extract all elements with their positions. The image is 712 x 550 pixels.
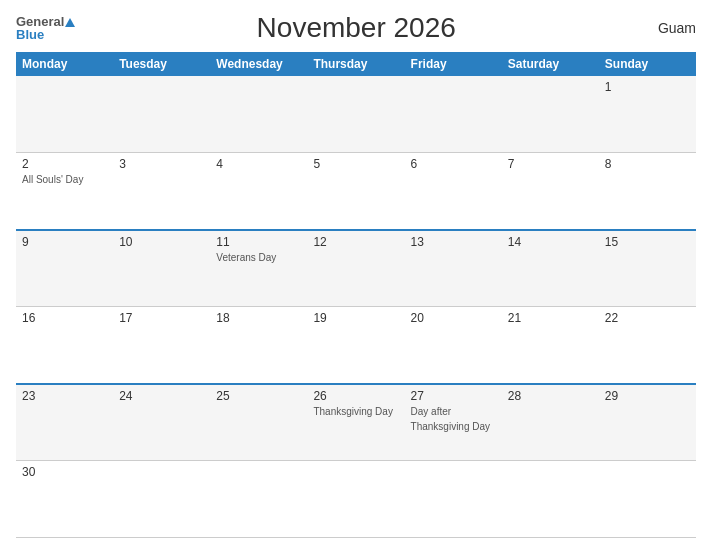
day-number: 6	[411, 157, 496, 171]
header-sunday: Sunday	[599, 52, 696, 76]
calendar-cell	[599, 461, 696, 538]
calendar-cell: 9	[16, 230, 113, 307]
logo: General Blue	[16, 15, 76, 41]
calendar-cell	[502, 461, 599, 538]
event-label: All Souls' Day	[22, 173, 107, 186]
header-friday: Friday	[405, 52, 502, 76]
calendar-cell: 15	[599, 230, 696, 307]
calendar-cell	[210, 76, 307, 153]
calendar-cell	[210, 461, 307, 538]
calendar-cell	[307, 76, 404, 153]
day-number: 29	[605, 389, 690, 403]
calendar-cell	[405, 461, 502, 538]
day-number: 27	[411, 389, 496, 403]
calendar-cell: 6	[405, 153, 502, 230]
calendar-cell	[502, 76, 599, 153]
day-number: 19	[313, 311, 398, 325]
calendar-cell	[16, 76, 113, 153]
day-number: 16	[22, 311, 107, 325]
day-number: 4	[216, 157, 301, 171]
calendar-cell: 24	[113, 384, 210, 461]
header-thursday: Thursday	[307, 52, 404, 76]
day-number: 28	[508, 389, 593, 403]
day-number: 12	[313, 235, 398, 249]
day-number: 24	[119, 389, 204, 403]
calendar-cell: 22	[599, 307, 696, 384]
day-number: 15	[605, 235, 690, 249]
day-number: 23	[22, 389, 107, 403]
calendar-cell: 19	[307, 307, 404, 384]
page-header: General Blue November 2026 Guam	[16, 12, 696, 44]
calendar-cell: 21	[502, 307, 599, 384]
calendar-cell: 26Thanksgiving Day	[307, 384, 404, 461]
day-number: 13	[411, 235, 496, 249]
calendar-table: MondayTuesdayWednesdayThursdayFridaySatu…	[16, 52, 696, 538]
event-label: Thanksgiving Day	[411, 420, 496, 433]
calendar-cell: 7	[502, 153, 599, 230]
region-label: Guam	[636, 20, 696, 36]
week-row-2: 2All Souls' Day345678	[16, 153, 696, 230]
day-number: 10	[119, 235, 204, 249]
calendar-cell	[113, 461, 210, 538]
day-number: 21	[508, 311, 593, 325]
calendar-cell: 27Day afterThanksgiving Day	[405, 384, 502, 461]
event-label: Day after	[411, 405, 496, 418]
calendar-cell: 2All Souls' Day	[16, 153, 113, 230]
logo-triangle-icon	[65, 18, 75, 27]
calendar-cell: 25	[210, 384, 307, 461]
calendar-header-row: MondayTuesdayWednesdayThursdayFridaySatu…	[16, 52, 696, 76]
day-number: 18	[216, 311, 301, 325]
day-number: 8	[605, 157, 690, 171]
week-row-1: 1	[16, 76, 696, 153]
calendar-cell: 1	[599, 76, 696, 153]
day-number: 7	[508, 157, 593, 171]
week-row-5: 23242526Thanksgiving Day27Day afterThank…	[16, 384, 696, 461]
calendar-cell: 23	[16, 384, 113, 461]
calendar-cell: 3	[113, 153, 210, 230]
day-number: 26	[313, 389, 398, 403]
day-number: 30	[22, 465, 107, 479]
header-tuesday: Tuesday	[113, 52, 210, 76]
calendar-cell: 29	[599, 384, 696, 461]
day-number: 17	[119, 311, 204, 325]
calendar-cell: 17	[113, 307, 210, 384]
calendar-cell: 8	[599, 153, 696, 230]
calendar-cell: 10	[113, 230, 210, 307]
calendar-cell: 11Veterans Day	[210, 230, 307, 307]
calendar-cell: 12	[307, 230, 404, 307]
calendar-title: November 2026	[76, 12, 636, 44]
day-number: 20	[411, 311, 496, 325]
day-number: 25	[216, 389, 301, 403]
day-number: 22	[605, 311, 690, 325]
calendar-cell: 20	[405, 307, 502, 384]
calendar-cell: 13	[405, 230, 502, 307]
calendar-cell: 30	[16, 461, 113, 538]
day-number: 11	[216, 235, 301, 249]
calendar-cell: 14	[502, 230, 599, 307]
calendar-cell	[113, 76, 210, 153]
day-number: 2	[22, 157, 107, 171]
day-number: 5	[313, 157, 398, 171]
header-monday: Monday	[16, 52, 113, 76]
calendar-cell	[307, 461, 404, 538]
calendar-cell: 16	[16, 307, 113, 384]
day-number: 14	[508, 235, 593, 249]
week-row-3: 91011Veterans Day12131415	[16, 230, 696, 307]
header-wednesday: Wednesday	[210, 52, 307, 76]
event-label: Thanksgiving Day	[313, 405, 398, 418]
header-saturday: Saturday	[502, 52, 599, 76]
calendar-cell: 28	[502, 384, 599, 461]
day-number: 3	[119, 157, 204, 171]
calendar-cell: 5	[307, 153, 404, 230]
day-number: 9	[22, 235, 107, 249]
logo-blue-text: Blue	[16, 28, 44, 41]
event-label: Veterans Day	[216, 251, 301, 264]
week-row-6: 30	[16, 461, 696, 538]
day-number: 1	[605, 80, 690, 94]
calendar-cell: 4	[210, 153, 307, 230]
calendar-cell	[405, 76, 502, 153]
calendar-cell: 18	[210, 307, 307, 384]
week-row-4: 16171819202122	[16, 307, 696, 384]
